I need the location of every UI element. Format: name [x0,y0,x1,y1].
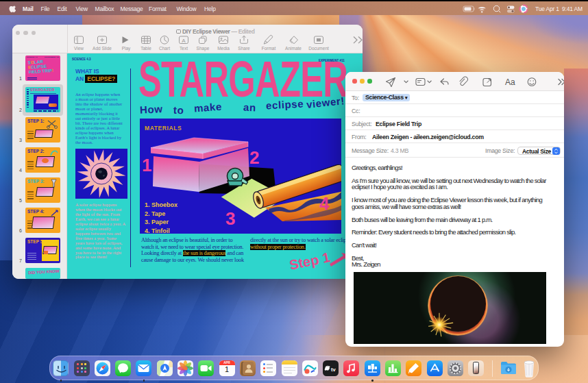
svg-text:3: 3 [225,208,235,229]
svg-text:2: 2 [249,147,259,168]
svg-text:A: A [182,38,186,44]
svg-text:1: 1 [142,155,151,175]
svg-text:4: 4 [319,193,330,214]
svg-text:Aa: Aa [505,77,515,87]
svg-text:tv: tv [331,366,336,372]
